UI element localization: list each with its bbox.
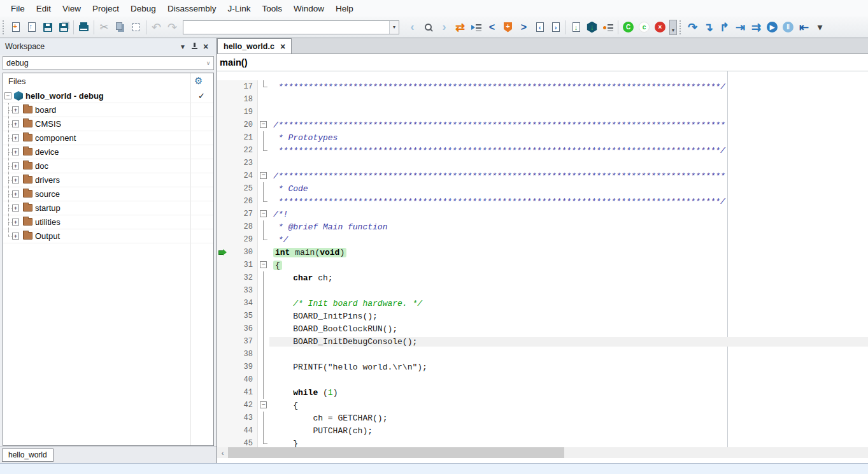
print-icon[interactable] xyxy=(76,19,92,36)
toggle-breakpoint-icon[interactable]: + xyxy=(500,19,516,36)
call-stack-icon[interactable] xyxy=(600,19,616,36)
breakpoint-gutter[interactable] xyxy=(217,284,230,297)
breakpoint-gutter[interactable] xyxy=(217,310,230,322)
break-icon[interactable]: ‖ xyxy=(780,19,796,36)
panel-close-icon[interactable]: × xyxy=(200,41,211,52)
expand-box-icon[interactable]: + xyxy=(12,205,19,212)
expand-box-icon[interactable]: + xyxy=(12,190,19,198)
tree-item-component[interactable]: +component xyxy=(3,131,213,145)
reset-icon[interactable]: C xyxy=(620,19,636,36)
breakpoint-gutter[interactable] xyxy=(217,297,230,310)
fold-collapse-icon[interactable]: − xyxy=(260,261,267,268)
next-bookmark-icon[interactable]: › xyxy=(548,19,564,36)
undo-icon[interactable]: ↶ xyxy=(148,19,164,36)
files-tree-panel[interactable]: Files ⚙ −hello_world - debug✓+board+CMSI… xyxy=(3,73,214,446)
breakpoint-gutter[interactable] xyxy=(217,437,230,447)
scroll-left-arrow-icon[interactable]: ‹ xyxy=(217,447,228,458)
step-over-icon[interactable]: ↷ xyxy=(685,19,701,36)
new-document-icon[interactable]: + xyxy=(8,19,24,36)
tree-item-doc[interactable]: +doc xyxy=(3,159,213,173)
menu-item-view[interactable]: View xyxy=(57,1,87,16)
breakpoint-gutter[interactable] xyxy=(217,144,230,157)
fold-collapse-icon[interactable]: − xyxy=(260,401,267,408)
breakpoint-gutter[interactable] xyxy=(217,335,230,348)
breakpoint-gutter[interactable] xyxy=(217,208,230,220)
breakpoint-gutter[interactable] xyxy=(217,195,230,208)
tree-item-cmsis[interactable]: +CMSIS xyxy=(3,117,213,131)
breakpoint-gutter[interactable] xyxy=(217,259,230,271)
expand-box-icon[interactable]: + xyxy=(12,106,19,113)
breakpoint-gutter[interactable] xyxy=(217,80,230,93)
tree-item-board[interactable]: +board xyxy=(3,103,213,117)
tree-item-device[interactable]: +device xyxy=(3,145,213,159)
toolbar-grip[interactable] xyxy=(3,20,5,34)
menu-item-project[interactable]: Project xyxy=(87,1,125,16)
menu-item-tools[interactable]: Tools xyxy=(256,1,288,16)
breakpoint-gutter[interactable] xyxy=(217,399,230,412)
search-icon[interactable] xyxy=(420,19,436,36)
expand-box-icon[interactable]: + xyxy=(12,176,19,183)
breakpoint-gutter[interactable] xyxy=(217,424,230,437)
horizontal-scrollbar[interactable]: ‹ xyxy=(217,447,868,458)
panel-collapse-icon[interactable]: ▼ xyxy=(177,43,189,50)
save-icon[interactable] xyxy=(39,19,55,36)
breakpoint-gutter[interactable] xyxy=(217,322,230,335)
go-icon[interactable]: ▶ xyxy=(764,19,780,36)
stop-icon[interactable]: × xyxy=(652,19,668,36)
tree-item-output[interactable]: +Output xyxy=(3,229,213,243)
step-into-icon[interactable]: ↴ xyxy=(701,19,716,36)
expand-box-icon[interactable]: + xyxy=(12,219,19,226)
expand-box-icon[interactable]: + xyxy=(12,120,19,127)
breakpoint-gutter[interactable] xyxy=(217,157,230,169)
tree-item-source[interactable]: +source xyxy=(3,187,213,201)
breakpoint-gutter[interactable] xyxy=(217,169,230,182)
tree-item-drivers[interactable]: +drivers xyxy=(3,173,213,187)
expand-box-icon[interactable]: + xyxy=(12,148,19,155)
download-icon[interactable]: ↓ xyxy=(568,19,584,36)
run-to-cursor-icon[interactable]: ⇉ xyxy=(748,19,764,36)
menu-item-help[interactable]: Help xyxy=(330,1,359,16)
gear-icon[interactable]: ⚙ xyxy=(194,75,203,87)
step-out-icon[interactable]: ↱ xyxy=(716,19,732,36)
menu-item-file[interactable]: File xyxy=(5,1,31,16)
expand-box-icon[interactable]: + xyxy=(12,134,19,141)
go-to-function-icon[interactable] xyxy=(468,19,484,36)
paste-icon[interactable] xyxy=(128,19,144,36)
fold-collapse-icon[interactable]: − xyxy=(260,121,267,128)
next-statement-icon[interactable]: ⇥ xyxy=(732,19,748,36)
code-editor[interactable]: 17 *************************************… xyxy=(217,71,868,447)
editor-tab-hello-world-c[interactable]: hello_world.c × xyxy=(217,38,292,54)
breakpoint-gutter[interactable] xyxy=(217,386,230,399)
collapse-box-icon[interactable]: − xyxy=(4,92,11,99)
breakpoint-gutter[interactable] xyxy=(217,348,230,361)
breakpoint-gutter[interactable] xyxy=(217,233,230,246)
navigate-forward-icon[interactable]: > xyxy=(516,19,532,36)
previous-bookmark-icon[interactable]: ‹ xyxy=(532,19,548,36)
fold-collapse-icon[interactable]: − xyxy=(260,210,267,217)
redo-icon[interactable]: ↷ xyxy=(164,19,180,36)
menu-item-debug[interactable]: Debug xyxy=(125,1,162,16)
tree-item-root[interactable]: −hello_world - debug✓ xyxy=(3,89,213,103)
find-next-icon[interactable]: › xyxy=(436,19,452,36)
tree-item-utilities[interactable]: +utilities xyxy=(3,215,213,229)
save-all-icon[interactable] xyxy=(55,19,71,36)
find-previous-icon[interactable]: ‹ xyxy=(404,19,420,36)
breakpoint-gutter[interactable] xyxy=(217,412,230,424)
breakpoint-gutter[interactable] xyxy=(217,220,230,233)
configuration-dropdown[interactable]: debug ∨ xyxy=(3,56,214,70)
cpu-reset-icon[interactable]: c xyxy=(636,19,652,36)
search-combobox[interactable]: ▾ xyxy=(183,20,399,34)
menu-item-window[interactable]: Window xyxy=(288,1,330,16)
chevron-down-icon[interactable]: ▾ xyxy=(389,21,399,34)
cut-icon[interactable]: ✂ xyxy=(96,19,112,36)
function-selector-bar[interactable]: main() xyxy=(217,54,868,71)
workspace-tab-hello-world[interactable]: hello_world xyxy=(2,449,53,462)
menu-item-jlink[interactable]: J-Link xyxy=(222,1,256,16)
breakpoint-gutter[interactable] xyxy=(217,182,230,195)
debug-menu-icon[interactable]: ▾ xyxy=(812,19,828,36)
download-and-debug-icon[interactable]: ↓ xyxy=(584,19,600,36)
expand-box-icon[interactable]: + xyxy=(12,233,19,240)
copy-icon[interactable] xyxy=(112,19,128,36)
tree-item-startup[interactable]: +startup xyxy=(3,201,213,215)
breakpoint-gutter[interactable] xyxy=(217,271,230,284)
